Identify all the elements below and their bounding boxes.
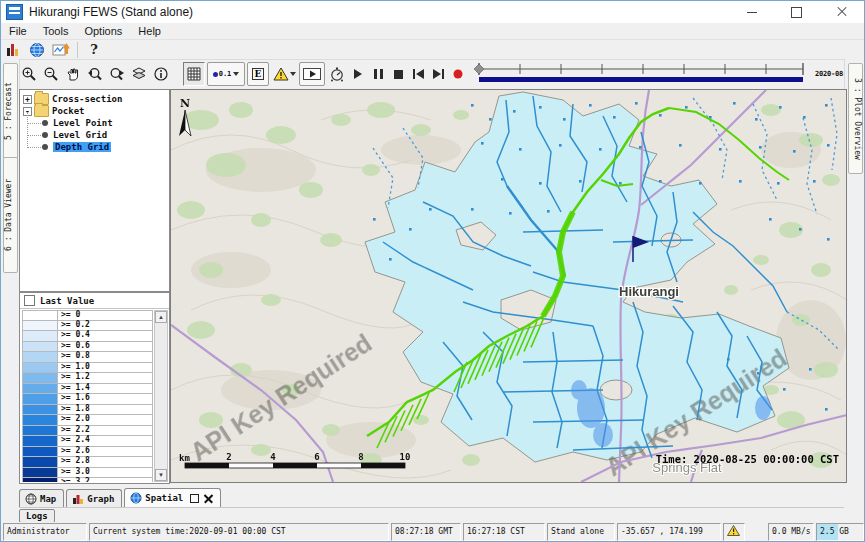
tree-label: Level Grid bbox=[53, 130, 107, 140]
left-panel: + Cross-section - Pocket Level Point Lev… bbox=[19, 89, 170, 484]
legend-label: >= 0.2 bbox=[58, 321, 152, 331]
tree-item-level-grid[interactable]: Level Grid bbox=[20, 129, 169, 141]
chart-arrow-icon bbox=[52, 42, 70, 58]
legend-swatch bbox=[23, 373, 58, 383]
warning-icon bbox=[273, 67, 289, 81]
legend-label: >= 3.0 bbox=[58, 468, 152, 478]
classbreak-dot-icon bbox=[213, 72, 218, 77]
zoom-in-icon bbox=[21, 66, 37, 82]
animation-settings-button[interactable] bbox=[327, 63, 347, 85]
legend-row[interactable]: >= 1.2 bbox=[22, 373, 153, 384]
menu-file[interactable]: File bbox=[1, 25, 35, 37]
last-value-checkbox[interactable] bbox=[24, 295, 35, 306]
layers-button[interactable] bbox=[129, 63, 149, 85]
tab-plot-overview[interactable]: 3 : Plot Overview bbox=[848, 63, 863, 174]
tab-close-icon[interactable] bbox=[204, 494, 213, 503]
tab-data-viewer[interactable]: 6 : Data Viewer bbox=[3, 157, 18, 273]
status-system-time: Current system time:2020-09-01 00:00 CST bbox=[89, 523, 389, 541]
classbreaks-dropdown[interactable]: 0.1 bbox=[207, 62, 245, 86]
legend-table-body: >= 0>= 0.2>= 0.4>= 0.6>= 0.8>= 1.0>= 1.2… bbox=[22, 310, 153, 482]
record-button[interactable] bbox=[449, 64, 467, 84]
scroll-up-icon[interactable] bbox=[155, 311, 167, 323]
labels-button[interactable]: E bbox=[247, 62, 269, 86]
tab-map-label: Map bbox=[40, 494, 56, 504]
node-bullet-icon bbox=[42, 132, 48, 138]
animation-panel-button[interactable] bbox=[299, 62, 325, 86]
zoom-next-icon bbox=[109, 66, 125, 82]
legend-swatch bbox=[23, 457, 58, 467]
minimize-button[interactable] bbox=[729, 1, 774, 23]
legend-swatch bbox=[23, 394, 58, 404]
app-window: Hikurangi FEWS (Stand alone) File Tools … bbox=[0, 0, 865, 542]
step-first-button[interactable] bbox=[409, 64, 427, 84]
tab-spatial-label: Spatial bbox=[145, 493, 183, 503]
zoom-next-button[interactable] bbox=[107, 63, 127, 85]
svg-text:N: N bbox=[180, 97, 190, 110]
warning-icon bbox=[727, 525, 740, 536]
tree-item-level-point[interactable]: Level Point bbox=[20, 117, 169, 129]
menu-options[interactable]: Options bbox=[76, 25, 130, 37]
legend-row[interactable]: >= 2.4 bbox=[22, 436, 153, 447]
legend-label: >= 3.2 bbox=[58, 478, 152, 482]
status-user: Administrator bbox=[3, 523, 87, 541]
zoom-in-button[interactable] bbox=[19, 63, 39, 85]
pause-button[interactable] bbox=[369, 64, 387, 84]
info-button[interactable] bbox=[151, 63, 171, 85]
status-mode: Stand alone bbox=[547, 523, 615, 541]
legend-swatch bbox=[23, 468, 58, 478]
explorer-reports-button[interactable] bbox=[1, 41, 25, 59]
status-bar: Administrator Current system time:2020-0… bbox=[1, 522, 864, 541]
legend-row[interactable]: >= 0 bbox=[22, 310, 153, 321]
status-warning[interactable] bbox=[723, 523, 745, 541]
timeseries-display-button[interactable] bbox=[49, 41, 73, 59]
maximize-icon bbox=[791, 7, 802, 18]
tree-item-depth-grid[interactable]: Depth Grid bbox=[20, 141, 169, 153]
tree-item-pocket[interactable]: - Pocket bbox=[20, 105, 169, 117]
zoom-out-button[interactable] bbox=[41, 63, 61, 85]
tab-forecast[interactable]: 5 : Forecast bbox=[3, 63, 18, 159]
right-dock-strip: 3 : Plot Overview bbox=[844, 59, 864, 484]
grid-display-button[interactable] bbox=[183, 62, 205, 86]
logs-tab[interactable]: Logs bbox=[19, 509, 55, 523]
town-label: Hikurangi bbox=[619, 284, 679, 299]
folder-icon bbox=[34, 105, 49, 117]
legend-scrollbar[interactable] bbox=[154, 310, 168, 482]
tab-graph[interactable]: Graph bbox=[66, 489, 122, 507]
legend-row[interactable]: >= 2.0 bbox=[22, 415, 153, 426]
legend-row[interactable]: >= 2.8 bbox=[22, 457, 153, 468]
svg-text:6: 6 bbox=[314, 452, 319, 462]
legend-swatch bbox=[23, 415, 58, 425]
step-last-button[interactable] bbox=[429, 64, 447, 84]
status-gmt-time: 08:27:18 GMT bbox=[391, 523, 461, 541]
time-slider[interactable] bbox=[473, 60, 808, 88]
play-icon bbox=[353, 69, 363, 79]
warnings-dropdown[interactable] bbox=[271, 63, 297, 85]
tree-guide-line bbox=[27, 147, 41, 148]
legend-row[interactable]: >= 1.6 bbox=[22, 394, 153, 405]
legend-swatch bbox=[23, 478, 58, 482]
tab-maximize-icon[interactable] bbox=[190, 494, 199, 503]
map-display-button[interactable] bbox=[25, 41, 49, 59]
scroll-down-icon[interactable] bbox=[155, 469, 167, 481]
zoom-previous-button[interactable] bbox=[85, 63, 105, 85]
legend-row[interactable]: >= 0.4 bbox=[22, 331, 153, 342]
svg-text:8: 8 bbox=[358, 452, 363, 462]
map-viewport[interactable]: API Key Required API Key Required bbox=[170, 89, 847, 483]
help-button[interactable]: ? bbox=[82, 41, 106, 59]
maximize-button[interactable] bbox=[774, 1, 819, 23]
expand-icon[interactable]: + bbox=[23, 95, 32, 104]
app-icon bbox=[6, 4, 23, 20]
tab-spatial[interactable]: Spatial bbox=[124, 488, 221, 507]
legend-swatch bbox=[23, 352, 58, 362]
tab-map[interactable]: Map bbox=[19, 489, 64, 507]
skip-start-icon bbox=[413, 69, 424, 79]
legend-row[interactable]: >= 3.2 bbox=[22, 478, 153, 482]
stop-button[interactable] bbox=[389, 64, 407, 84]
pan-button[interactable] bbox=[63, 63, 83, 85]
tree-guide-line bbox=[27, 112, 28, 148]
legend-row[interactable]: >= 0.8 bbox=[22, 352, 153, 363]
play-button[interactable] bbox=[349, 64, 367, 84]
close-button[interactable] bbox=[819, 1, 864, 23]
menu-help[interactable]: Help bbox=[130, 25, 169, 37]
menu-tools[interactable]: Tools bbox=[35, 25, 77, 37]
